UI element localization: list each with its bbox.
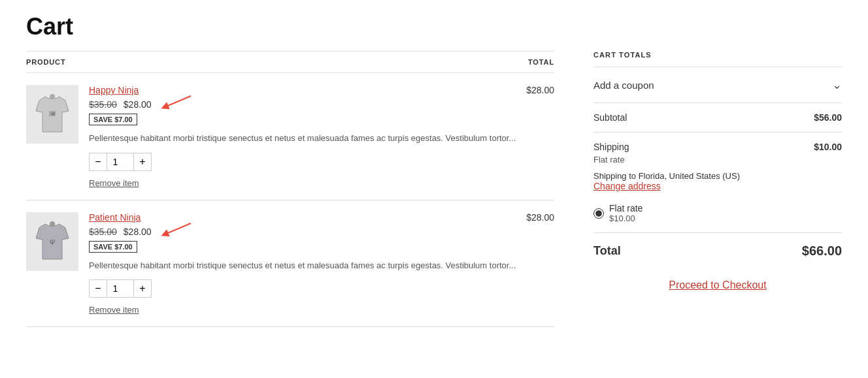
product-description: Pellentesque habitant morbi tristique se…	[89, 259, 526, 272]
flat-rate-option: Flat rate $10.00	[593, 198, 842, 223]
qty-decrease-button[interactable]: −	[89, 153, 107, 171]
price-row: $35.00 $28.00	[89, 99, 526, 110]
add-coupon-row[interactable]: Add a coupon ⌄	[593, 67, 842, 103]
svg-line-2	[165, 96, 191, 107]
coupon-label: Add a coupon	[593, 80, 654, 91]
price-sale: $28.00	[124, 99, 152, 110]
total-value: $66.00	[802, 244, 842, 259]
shipping-label: Shipping	[593, 142, 629, 152]
product-name-link[interactable]: Happy Ninja	[89, 85, 139, 95]
svg-text:Ψ: Ψ	[50, 239, 55, 246]
subtotal-label: Subtotal	[593, 112, 627, 123]
price-original: $35.00	[89, 99, 117, 110]
save-badge: SAVE $7.00	[89, 241, 137, 253]
cart-totals-title: CART TOTALS	[593, 51, 842, 67]
arrow-icon	[152, 220, 197, 240]
flat-rate-label: Flat rate	[609, 203, 643, 213]
shipping-row: Shipping $10.00 Flat rate Shipping to Fl…	[593, 133, 842, 233]
arrow-icon	[152, 93, 197, 112]
qty-increase-button[interactable]: +	[133, 153, 152, 171]
price-sale: $28.00	[124, 227, 152, 237]
product-image: Ψ	[26, 85, 78, 144]
qty-input[interactable]	[107, 279, 133, 298]
table-row: Ψ Happy Ninja $35.00 $28.00	[26, 73, 554, 200]
quantity-control: − +	[89, 153, 526, 171]
total-label: Total	[593, 244, 621, 258]
price-row: $35.00 $28.00	[89, 227, 526, 237]
item-total: $28.00	[526, 73, 554, 200]
flat-rate-radio[interactable]	[593, 208, 604, 219]
page-title: Cart	[26, 13, 842, 40]
product-image: Ψ	[26, 212, 78, 271]
flat-rate-price: $10.00	[609, 213, 643, 223]
svg-point-3	[50, 221, 55, 227]
product-description: Pellentesque habitant morbi tristique se…	[89, 132, 526, 145]
product-thumbnail: Ψ	[33, 219, 72, 264]
shipping-value: $10.00	[814, 142, 842, 152]
save-badge: SAVE $7.00	[89, 114, 137, 125]
proceed-to-checkout-link[interactable]: Proceed to Checkout	[593, 279, 842, 291]
col-total-header: TOTAL	[526, 52, 554, 73]
qty-input[interactable]	[107, 153, 133, 171]
qty-increase-button[interactable]: +	[133, 279, 152, 298]
cart-table: PRODUCT TOTAL	[26, 51, 554, 327]
product-details: Happy Ninja $35.00 $28.00	[89, 85, 526, 188]
cart-items-section: PRODUCT TOTAL	[26, 51, 554, 327]
product-details: Patient Ninja $35.00 $28.00	[89, 212, 526, 315]
product-thumbnail: Ψ	[33, 91, 72, 137]
subtotal-row: Subtotal $56.00	[593, 103, 842, 133]
table-row: Ψ Patient Ninja $35.00 $28.00	[26, 200, 554, 327]
svg-point-0	[50, 94, 55, 99]
quantity-control: − +	[89, 279, 526, 298]
product-cell: Ψ Patient Ninja $35.00 $28.00	[26, 212, 526, 315]
change-address-link[interactable]: Change address	[593, 181, 661, 191]
cart-totals-section: CART TOTALS Add a coupon ⌄ Subtotal $56.…	[593, 51, 842, 327]
product-name-link[interactable]: Patient Ninja	[89, 212, 141, 223]
price-original: $35.00	[89, 227, 117, 237]
total-final-row: Total $66.00	[593, 233, 842, 269]
subtotal-value: $56.00	[814, 112, 842, 123]
chevron-down-icon: ⌄	[832, 78, 842, 92]
shipping-sub: Flat rate	[593, 155, 842, 165]
qty-decrease-button[interactable]: −	[89, 279, 107, 298]
svg-text:Ψ: Ψ	[51, 111, 56, 117]
svg-line-5	[165, 223, 191, 234]
item-total: $28.00	[526, 200, 554, 327]
col-product-header: PRODUCT	[26, 52, 526, 73]
product-cell: Ψ Happy Ninja $35.00 $28.00	[26, 85, 526, 188]
remove-item-link[interactable]: Remove item	[89, 178, 139, 188]
shipping-to: Shipping to Florida, United States (US)	[593, 171, 842, 181]
remove-item-link[interactable]: Remove item	[89, 305, 139, 315]
